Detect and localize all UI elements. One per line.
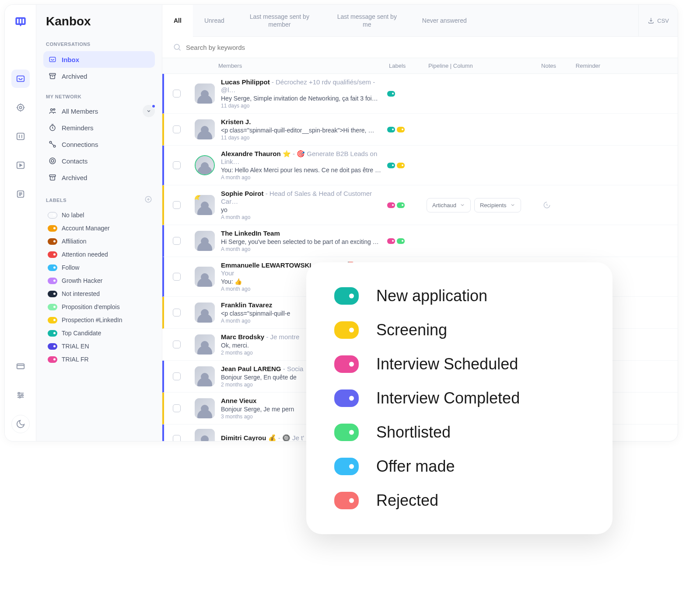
app-logo: [11, 13, 30, 31]
member-name: Sophie Poirot: [221, 190, 264, 197]
rail-target-icon[interactable]: [11, 98, 30, 117]
popup-tag-icon: [334, 321, 359, 339]
popup-label-text: Screening: [376, 321, 447, 339]
export-csv-button[interactable]: CSV: [638, 5, 678, 36]
row-checkbox[interactable]: [173, 404, 181, 412]
popup-label-row[interactable]: Offer made: [334, 457, 584, 476]
member-name: Emmanuelle LEWARTOWSKI: [221, 261, 311, 269]
rail-board-icon[interactable]: [11, 127, 30, 146]
row-checkbox[interactable]: [173, 125, 181, 133]
svg-point-17: [53, 108, 55, 110]
message-row[interactable]: Kristen J.<p class="spinmail-quill-edito…: [162, 114, 678, 146]
row-checkbox[interactable]: [173, 273, 181, 281]
row-checkbox[interactable]: [173, 341, 181, 348]
add-label-button[interactable]: [144, 195, 152, 205]
member-name: Lucas Philippot: [221, 78, 270, 86]
label-item[interactable]: Account Manager: [43, 222, 155, 235]
network-expand-button[interactable]: [143, 105, 155, 117]
row-checkbox[interactable]: [173, 435, 181, 441]
label-item[interactable]: TRIAL EN: [43, 340, 155, 353]
popup-label-row[interactable]: Rejected: [334, 491, 584, 510]
popup-label-row[interactable]: New application: [334, 287, 584, 305]
nav-archived[interactable]: Archived: [43, 68, 155, 84]
label-item[interactable]: Proposition d'emplois: [43, 300, 155, 313]
message-time: A month ago: [221, 214, 383, 220]
pipeline-select[interactable]: Recipients: [474, 198, 521, 212]
nav-reminders-label: Reminders: [62, 124, 94, 132]
tab-never[interactable]: Never answered: [411, 5, 478, 36]
tab-last-me[interactable]: Last message sent by me: [323, 5, 411, 36]
nav-archived-network[interactable]: Archived: [43, 169, 155, 186]
message-row[interactable]: ⭐Sophie Poirot - Head of Sales & Head of…: [162, 185, 678, 225]
label-tag-icon: [48, 317, 57, 323]
row-checkbox[interactable]: [173, 372, 181, 380]
label-item[interactable]: Follow: [43, 261, 155, 274]
tab-unread[interactable]: Unread: [193, 5, 236, 36]
popup-label-row[interactable]: Screening: [334, 321, 584, 339]
label-item[interactable]: Top Candidate: [43, 327, 155, 340]
label-tag-icon: [48, 264, 57, 271]
table-header: Members Labels Pipeline | Column Notes R…: [162, 58, 678, 74]
row-checkbox[interactable]: [173, 237, 181, 245]
svg-rect-3: [22, 19, 24, 24]
row-checkbox[interactable]: [173, 161, 181, 169]
member-subtitle: - Je montre: [264, 333, 299, 341]
mini-tag-icon: [387, 163, 395, 168]
popup-label-row[interactable]: Interview Scheduled: [334, 355, 584, 373]
label-tag-icon: [48, 238, 57, 245]
nav-reminders[interactable]: Reminders: [43, 119, 155, 136]
rail-billing-icon[interactable]: [11, 357, 30, 376]
popup-label-row[interactable]: Interview Completed: [334, 389, 584, 407]
message-row[interactable]: Lucas Philippot - Décrochez +10 rdv qual…: [162, 74, 678, 114]
row-labels: [387, 202, 427, 208]
popup-tag-icon: [334, 287, 359, 305]
tab-all[interactable]: All: [162, 5, 193, 37]
popup-label-row[interactable]: Shortlisted: [334, 423, 584, 442]
label-name: Affiliation: [62, 238, 87, 245]
label-item[interactable]: Not interested: [43, 287, 155, 300]
note-icon[interactable]: [543, 201, 551, 209]
search-input[interactable]: [186, 44, 667, 51]
download-icon: [648, 17, 654, 24]
nav-connections[interactable]: Connections: [43, 136, 155, 153]
svg-point-6: [19, 106, 22, 109]
popup-label-text: Offer made: [376, 457, 455, 476]
row-checkbox[interactable]: [173, 90, 181, 97]
col-pipeline: Pipeline | Column: [428, 63, 529, 69]
svg-point-12: [21, 394, 23, 396]
message-row[interactable]: Alexandre Thauron ⭐ - 🎯 Generate B2B Lea…: [162, 146, 678, 185]
label-item[interactable]: TRIAL FR: [43, 353, 155, 366]
rail-play-icon[interactable]: [11, 156, 30, 174]
label-item[interactable]: Prospection #LinkedIn: [43, 313, 155, 327]
message-row[interactable]: The LinkedIn TeamHi Serge, you've been s…: [162, 225, 678, 257]
row-checkbox[interactable]: [173, 201, 181, 209]
rail-settings-icon[interactable]: [11, 386, 30, 404]
svg-point-22: [49, 158, 56, 164]
avatar: [195, 429, 215, 441]
nav-all-members-label: All Members: [62, 108, 98, 115]
member-name: Anne Vieux: [221, 397, 256, 404]
rail-notes-icon[interactable]: [11, 185, 30, 203]
svg-point-21: [51, 160, 54, 162]
rail-theme-icon[interactable]: [11, 415, 30, 433]
mini-tag-icon: [397, 202, 405, 208]
tab-last-member[interactable]: Last message sent by member: [236, 5, 323, 36]
row-checkbox[interactable]: [173, 309, 181, 316]
col-members: Members: [218, 63, 389, 69]
svg-rect-1: [17, 19, 18, 24]
message-time: 11 days ago: [221, 103, 383, 109]
label-name: Prospection #LinkedIn: [62, 316, 122, 323]
label-name: Proposition d'emplois: [62, 303, 120, 310]
message-preview: Hi Serge, you've been selected to be par…: [221, 238, 383, 245]
nav-all-members[interactable]: All Members: [43, 103, 143, 119]
label-item[interactable]: No label: [43, 209, 155, 222]
nav-inbox[interactable]: Inbox: [43, 51, 155, 68]
label-item[interactable]: Affiliation: [43, 235, 155, 248]
pipeline-select[interactable]: Artichaud: [427, 198, 471, 212]
nav-contacts[interactable]: Contacts: [43, 153, 155, 169]
label-tag-icon: [48, 343, 57, 350]
svg-rect-10: [17, 364, 24, 369]
label-item[interactable]: Attention needed: [43, 248, 155, 261]
label-item[interactable]: Growth Hacker: [43, 274, 155, 287]
rail-inbox-icon[interactable]: [11, 70, 30, 88]
